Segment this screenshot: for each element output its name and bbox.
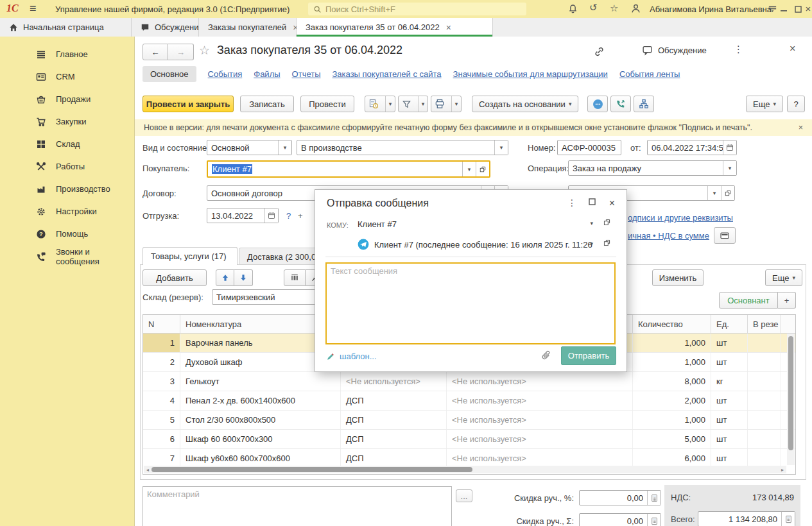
scroll-left-icon[interactable]: ◂ bbox=[144, 467, 151, 473]
history-icon[interactable]: ↺ bbox=[589, 2, 598, 13]
table-row[interactable]: 3Гелькоут <Не используется><Не используе… bbox=[143, 372, 795, 391]
table-row[interactable]: 7Шкаф у60х60 600х700х600 ДСП<Не использу… bbox=[143, 449, 795, 468]
sidebar-item-works[interactable]: Работы bbox=[0, 155, 134, 178]
copy-link-icon[interactable] bbox=[594, 46, 605, 57]
create-based-on-button[interactable]: Создать на основании ▾ bbox=[472, 96, 578, 112]
favorite-star-icon[interactable]: ☆ bbox=[199, 43, 210, 58]
filter-button[interactable]: ▾ bbox=[398, 96, 428, 112]
tab-goods-services[interactable]: Товары, услуги (17) bbox=[143, 247, 238, 265]
sidebar-item-settings[interactable]: Настройки bbox=[0, 200, 134, 223]
banner-close-icon[interactable]: × bbox=[799, 123, 803, 132]
open-button[interactable] bbox=[603, 239, 611, 247]
back-button[interactable]: ← bbox=[143, 44, 168, 60]
print-button[interactable]: ▾ bbox=[431, 96, 462, 112]
move-down-button[interactable] bbox=[234, 269, 253, 286]
calculator-icon[interactable] bbox=[781, 512, 795, 526]
horizontal-scrollbar[interactable]: ◂ ▸ bbox=[144, 466, 786, 473]
sidebar-item-purchases[interactable]: Закупки bbox=[0, 110, 134, 133]
dropdown-button[interactable]: ▾ bbox=[590, 241, 593, 247]
dropdown-button[interactable]: ▾ bbox=[707, 186, 721, 200]
tab-site-orders[interactable]: Заказы покупателей с сайта bbox=[333, 69, 442, 79]
barcode-scan-button[interactable] bbox=[284, 269, 306, 286]
dialog-kebab-icon[interactable]: ⋮ bbox=[567, 198, 576, 208]
user-icon[interactable] bbox=[630, 3, 641, 14]
comment-expand-button[interactable]: ... bbox=[456, 489, 472, 502]
discussion-link[interactable]: Обсуждение bbox=[642, 45, 707, 56]
tab-routing-events[interactable]: Значимые события для маршрутизации bbox=[453, 69, 608, 79]
discount-pct-field[interactable]: 0,00 bbox=[579, 490, 661, 505]
dialog-close-icon[interactable]: × bbox=[609, 198, 615, 209]
table-row[interactable]: 5Стол 2/30 600х800х500 ДСП<Не использует… bbox=[143, 411, 795, 430]
customer-combo[interactable]: Клиент #7 ▾ bbox=[207, 160, 490, 178]
calendar-icon[interactable] bbox=[723, 140, 736, 155]
to-value[interactable]: Клиент #7 bbox=[358, 219, 397, 229]
edit-row-button[interactable]: Изменить bbox=[652, 269, 704, 286]
attach-paperclip-icon[interactable] bbox=[540, 350, 552, 362]
price-vat-link[interactable]: ичная • НДС в сумме bbox=[628, 231, 709, 241]
tab-customer-order-35[interactable]: Заказ покупателя 35 от 06.04.2022 × bbox=[297, 18, 493, 37]
open-button[interactable] bbox=[603, 218, 611, 226]
vertical-scrollbar[interactable] bbox=[787, 334, 795, 465]
sidebar-item-production[interactable]: Производство bbox=[0, 178, 134, 200]
service-menu-icon[interactable] bbox=[768, 4, 777, 13]
total-field[interactable]: 1 134 208,80 bbox=[698, 511, 795, 526]
document-close-icon[interactable]: × bbox=[790, 43, 795, 55]
window-close-icon[interactable]: × bbox=[802, 3, 812, 14]
dialog-maximize-icon[interactable] bbox=[589, 198, 596, 205]
tab-files[interactable]: Файлы bbox=[254, 69, 280, 79]
write-button[interactable]: Записать bbox=[240, 96, 294, 112]
tab-feed-events[interactable]: События ленты bbox=[619, 69, 680, 79]
date-field[interactable]: 06.04.2022 17:34:59 bbox=[647, 140, 737, 155]
dropdown-button[interactable]: ▾ bbox=[494, 140, 508, 155]
tab-events[interactable]: События bbox=[208, 69, 243, 79]
dropdown-button[interactable]: ▾ bbox=[590, 220, 593, 226]
channel-row[interactable]: Клиент #7 (последнее сообщение: 16 июля … bbox=[358, 239, 592, 250]
global-search-input[interactable]: Поиск Ctrl+Shift+F bbox=[308, 3, 526, 15]
sidebar-item-calls-messages[interactable]: Звонки и сообщения bbox=[0, 245, 134, 267]
dropdown-button[interactable]: ▾ bbox=[462, 162, 476, 176]
notifications-bell-icon[interactable] bbox=[567, 3, 578, 14]
add-row-button[interactable]: Добавить bbox=[143, 269, 207, 286]
scrollbar-thumb[interactable] bbox=[151, 467, 472, 472]
sidebar-item-main[interactable]: Главное bbox=[0, 43, 134, 65]
message-text-input[interactable]: Текст сообщения bbox=[325, 262, 616, 344]
tab-main[interactable]: Основное bbox=[143, 66, 196, 82]
calculator-icon[interactable] bbox=[647, 491, 661, 505]
post-and-close-button[interactable]: Провести и закрыть bbox=[143, 96, 234, 112]
send-button[interactable]: Отправить bbox=[561, 346, 616, 365]
tab-reports[interactable]: Отчеты bbox=[292, 69, 321, 79]
shipment-date-field[interactable]: 13.04.2022 bbox=[207, 208, 279, 223]
open-button[interactable] bbox=[721, 186, 734, 200]
org-structure-button[interactable] bbox=[634, 96, 654, 112]
tab-close-icon[interactable]: × bbox=[446, 22, 451, 33]
sidebar-item-sales[interactable]: Продажи bbox=[0, 88, 134, 110]
current-user-name[interactable]: Абнагимова Ирина Витальевна bbox=[650, 4, 772, 14]
signatures-requisites-link[interactable]: одписи и другие реквизиты bbox=[628, 213, 733, 223]
help-button[interactable]: ? bbox=[787, 96, 805, 112]
post-button[interactable]: Провести bbox=[300, 96, 354, 112]
sidebar-item-crm[interactable]: CRM bbox=[0, 65, 134, 88]
sidebar-item-warehouse[interactable]: Склад bbox=[0, 133, 134, 155]
col-n[interactable]: N bbox=[143, 315, 180, 333]
set-state-button[interactable]: ▾ bbox=[365, 96, 395, 112]
dropdown-button[interactable]: ▾ bbox=[278, 140, 291, 155]
calendar-icon[interactable] bbox=[264, 208, 278, 223]
tab-discussions[interactable]: Обсуждения bbox=[132, 18, 199, 37]
scroll-right-icon[interactable]: ▸ bbox=[779, 467, 786, 473]
table-row[interactable]: 6Шкаф 60 600х700х300 ДСП<Не используется… bbox=[143, 430, 795, 449]
col-unit[interactable]: Ед. bbox=[711, 315, 748, 333]
sidebar-item-help[interactable]: ? Помощь bbox=[0, 223, 134, 245]
send-message-button[interactable] bbox=[587, 96, 608, 112]
tab-home-page[interactable]: Начальная страница bbox=[0, 18, 132, 37]
more-menu-kebab-icon[interactable]: ⋮ bbox=[734, 44, 743, 55]
forward-button[interactable]: → bbox=[168, 44, 194, 60]
items-more-button[interactable]: Еще ▾ bbox=[765, 269, 802, 286]
order-kind-select[interactable]: Основной ▾ bbox=[207, 140, 292, 155]
discount-sum-field[interactable]: 0,00 bbox=[579, 513, 661, 526]
table-row[interactable]: 4Пенал 2-х дв. 600х1400х600 ДСП<Не испол… bbox=[143, 391, 795, 411]
move-up-button[interactable] bbox=[216, 269, 234, 286]
hamburger-menu-icon[interactable]: ≡ bbox=[30, 2, 37, 15]
number-field[interactable]: АСФР-000035 bbox=[557, 140, 621, 155]
scrollbar-thumb[interactable] bbox=[788, 336, 793, 450]
col-quantity[interactable]: Количество bbox=[633, 315, 711, 333]
